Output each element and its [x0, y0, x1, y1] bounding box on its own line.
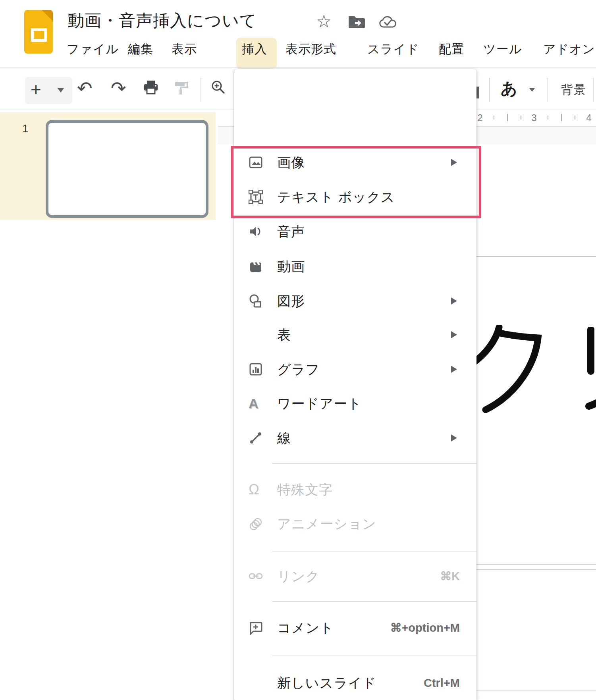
ruler-number: 3 — [528, 112, 540, 123]
zoom-in-icon[interactable] — [210, 79, 226, 95]
annotation-red-box — [231, 146, 481, 218]
menubar-format[interactable]: 表示形式 — [285, 39, 336, 60]
move-folder-icon[interactable] — [348, 15, 365, 29]
toolbar-divider — [201, 78, 201, 102]
star-icon[interactable]: ☆ — [316, 13, 332, 29]
menu-item-new-slide[interactable]: 新しいスライド Ctrl+M — [234, 666, 476, 700]
logo-inner-square — [31, 28, 47, 42]
giant-kana-ri-partial — [578, 327, 596, 412]
menu-item-audio[interactable]: 音声 — [234, 214, 476, 249]
video-icon — [249, 259, 263, 274]
menu-divider — [272, 601, 476, 602]
google-slides-window: 動画・音声挿入について ☆ ファイル 編集 表示 挿入 表示形式 スライド 配置… — [0, 0, 596, 700]
submenu-arrow-icon — [451, 331, 457, 338]
paint-format-icon[interactable] — [173, 79, 190, 97]
menu-item-special-characters[interactable]: Ω 特殊文字 — [234, 472, 476, 507]
menu-item-wordart[interactable]: A ワードアート — [234, 386, 476, 420]
save-status-cloud-icon[interactable] — [378, 15, 397, 29]
shortcut-label: ⌘K — [440, 559, 460, 593]
plus-icon: + — [31, 79, 41, 100]
menu-divider — [272, 551, 476, 552]
slide-thumbnail[interactable] — [46, 120, 208, 218]
placeholder-border-line — [469, 690, 596, 690]
undo-icon[interactable]: ↶ — [77, 77, 93, 99]
toolbar-divider — [489, 78, 490, 102]
menu-item-shape[interactable]: 図形 — [234, 284, 476, 318]
submenu-arrow-icon — [451, 434, 457, 442]
wordart-icon: A — [249, 396, 263, 411]
logo-fold — [42, 10, 53, 21]
menubar-view[interactable]: 表示 — [172, 39, 197, 60]
submenu-arrow-icon — [451, 366, 457, 373]
placeholder-border-line — [469, 569, 596, 570]
toolbar-divider — [593, 78, 594, 102]
background-button[interactable]: 背景 — [561, 82, 586, 98]
shortcut-label: Ctrl+M — [424, 666, 460, 700]
link-icon — [249, 569, 263, 583]
ruler-number: 4 — [583, 112, 595, 123]
animation-icon — [249, 517, 263, 531]
menu-item-chart[interactable]: グラフ — [234, 352, 476, 386]
menubar-arrange[interactable]: 配置 — [439, 39, 464, 60]
menu-item-table[interactable]: 表 — [234, 318, 476, 352]
new-slide-button[interactable]: + — [25, 77, 72, 104]
document-title[interactable]: 動画・音声挿入について — [68, 10, 257, 32]
hidden-toolbar-icon-fragment — [476, 87, 479, 98]
comment-icon — [249, 621, 263, 635]
shortcut-label: ⌘+option+M — [390, 611, 460, 645]
menu-item-line[interactable]: 線 — [234, 421, 476, 455]
menubar-addons[interactable]: アドオン — [543, 39, 595, 60]
shape-icon — [249, 294, 263, 308]
submenu-arrow-icon — [451, 297, 457, 305]
header-divider — [0, 67, 596, 68]
print-icon[interactable] — [143, 79, 159, 96]
new-slide-dropdown-icon[interactable] — [58, 88, 64, 93]
menubar-insert[interactable]: 挿入 — [242, 39, 267, 60]
placeholder-border-line — [469, 564, 596, 565]
menu-divider — [272, 463, 476, 464]
giant-kana-ku — [471, 325, 546, 413]
slides-logo-icon[interactable] — [24, 10, 53, 54]
menu-item-slide-number[interactable]: スライド番号 — [234, 697, 476, 700]
placeholder-border-line — [469, 256, 596, 257]
menubar-edit[interactable]: 編集 — [128, 39, 153, 60]
text-style-a-button[interactable]: あ — [501, 78, 517, 100]
menu-item-video[interactable]: 動画 — [234, 249, 476, 283]
audio-icon — [249, 224, 263, 239]
menu-item-comment[interactable]: コメント ⌘+option+M — [234, 611, 476, 645]
slide-number-label: 1 — [22, 122, 29, 135]
redo-icon[interactable]: ↷ — [111, 77, 126, 99]
menubar-tools[interactable]: ツール — [483, 39, 522, 60]
menu-divider — [272, 656, 476, 656]
slide-text: クリ — [0, 0, 0, 0]
a-dropdown-icon[interactable] — [529, 88, 535, 92]
menubar-file[interactable]: ファイル — [67, 39, 119, 60]
omega-icon: Ω — [249, 482, 263, 497]
menubar-slide[interactable]: スライド — [367, 39, 419, 60]
menu-item-animation[interactable]: アニメーション — [234, 507, 476, 541]
chart-icon — [249, 362, 263, 376]
toolbar-divider — [547, 78, 548, 102]
line-icon — [249, 431, 263, 445]
menu-item-link[interactable]: リンク ⌘K — [234, 559, 476, 593]
